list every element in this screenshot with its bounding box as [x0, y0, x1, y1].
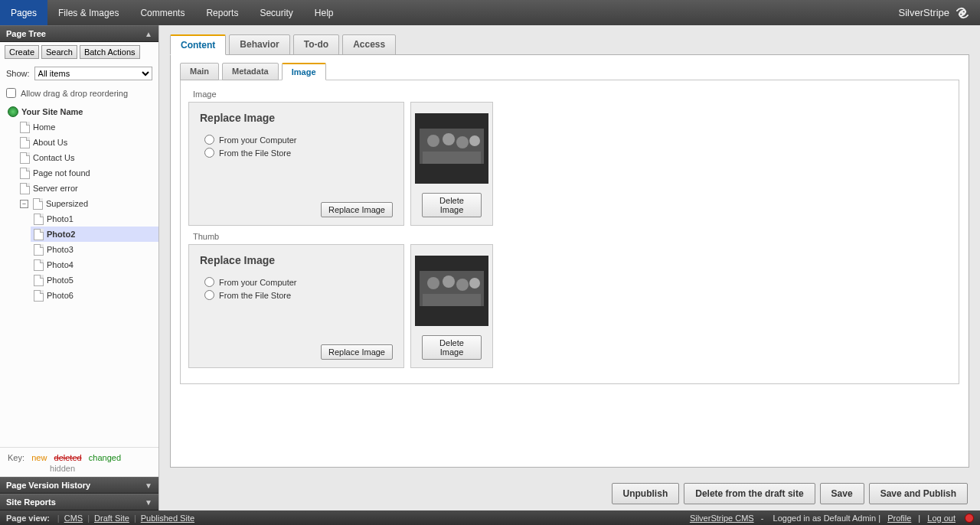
tree-page-about[interactable]: About Us	[17, 135, 158, 150]
tab-behavior[interactable]: Behavior	[229, 34, 289, 55]
footer-link-published[interactable]: Published Site	[136, 514, 199, 523]
thumb-thumbnail	[415, 256, 488, 326]
field-label-image: Image	[193, 90, 951, 99]
page-icon	[34, 244, 44, 256]
menu-help[interactable]: Help	[304, 0, 345, 25]
action-bar: Unpublish Delete from the draft site Sav…	[612, 483, 968, 504]
page-view-label: Page view:	[6, 514, 50, 523]
field-label-thumb: Thumb	[193, 232, 951, 241]
tree-photo5[interactable]: Photo5	[31, 272, 158, 288]
svg-point-10	[443, 276, 455, 288]
svg-point-4	[456, 136, 469, 148]
page-icon	[20, 168, 30, 179]
footer: Page view: |CMS |Draft Site |Published S…	[0, 510, 980, 525]
menu-security[interactable]: Security	[249, 0, 303, 25]
page-icon	[20, 152, 30, 164]
delete-thumb-button[interactable]: Delete Image	[422, 335, 482, 360]
delete-image-button[interactable]: Delete Image	[422, 193, 482, 217]
page-icon	[20, 137, 30, 148]
tree-photo2[interactable]: Photo2	[31, 227, 158, 242]
page-icon	[34, 290, 44, 302]
svg-point-9	[427, 277, 439, 289]
card-title: Replace Image	[200, 112, 393, 124]
allow-drag-label: Allow drag & drop reordering	[21, 89, 128, 98]
image-replace-card: Replace Image From your Computer From th…	[188, 102, 404, 226]
delete-draft-button[interactable]: Delete from the draft site	[684, 483, 815, 504]
panel-version-history-header[interactable]: Page Version History ▼	[0, 477, 158, 494]
tab-todo[interactable]: To-do	[293, 34, 339, 55]
image-preview-card: Delete Image	[410, 102, 493, 226]
svg-point-3	[443, 133, 455, 145]
svg-point-11	[456, 279, 469, 291]
globe-icon	[8, 106, 18, 117]
page-icon	[20, 122, 30, 133]
replace-image-button[interactable]: Replace Image	[321, 202, 393, 217]
svg-rect-13	[423, 294, 481, 306]
create-button[interactable]: Create	[5, 45, 39, 59]
page-tree: Your Site Name Home About Us Contact Us …	[0, 101, 158, 447]
subtab-metadata[interactable]: Metadata	[222, 63, 279, 80]
tree-photo3[interactable]: Photo3	[31, 242, 158, 257]
brand-label: SilverStripe	[890, 0, 980, 25]
svg-point-2	[427, 135, 439, 147]
tab-content[interactable]: Content	[170, 34, 226, 55]
expand-icon: ▼	[145, 498, 152, 507]
tree-key: Key: new deleted changed hidden	[0, 447, 158, 477]
subtab-image[interactable]: Image	[282, 63, 326, 80]
tab-access[interactable]: Access	[342, 34, 396, 55]
collapse-icon: ▲	[145, 30, 152, 38]
menu-pages[interactable]: Pages	[0, 0, 47, 25]
tree-page-supersized[interactable]: − Supersized	[17, 196, 158, 211]
subtab-main[interactable]: Main	[180, 63, 219, 80]
radio-from-filestore[interactable]: From the File Store	[200, 290, 393, 300]
page-icon	[34, 275, 44, 286]
panel-site-reports-header[interactable]: Site Reports ▼	[0, 494, 158, 510]
footer-link-cms[interactable]: CMS	[60, 514, 87, 523]
menu-reports[interactable]: Reports	[195, 0, 249, 25]
image-thumbnail	[415, 113, 488, 184]
search-button[interactable]: Search	[41, 45, 77, 59]
radio-from-filestore[interactable]: From the File Store	[200, 148, 393, 158]
svg-rect-6	[423, 152, 481, 164]
panel-page-tree-header[interactable]: Page Tree ▲	[0, 25, 158, 42]
footer-cms-name[interactable]: SilverStripe CMS	[685, 514, 759, 523]
status-dot-icon	[965, 514, 974, 523]
main-area: Content Behavior To-do Access Main Metad…	[159, 25, 980, 510]
silverstripe-logo-icon	[954, 6, 971, 20]
tree-page-contact[interactable]: Contact Us	[17, 150, 158, 165]
save-button[interactable]: Save	[820, 483, 864, 504]
replace-thumb-button[interactable]: Replace Image	[321, 344, 393, 360]
thumb-replace-card: Replace Image From your Computer From th…	[188, 244, 404, 368]
batch-actions-button[interactable]: Batch Actions	[80, 45, 140, 59]
tree-page-notfound[interactable]: Page not found	[17, 165, 158, 181]
footer-profile-link[interactable]: Profile	[883, 514, 916, 523]
radio-from-computer[interactable]: From your Computer	[200, 135, 393, 145]
card-title: Replace Image	[200, 254, 393, 266]
svg-point-12	[469, 278, 480, 289]
top-menu: Pages Files & Images Comments Reports Se…	[0, 0, 980, 25]
tree-photo6[interactable]: Photo6	[31, 288, 158, 303]
footer-logout-link[interactable]: Log out	[923, 514, 960, 523]
page-icon	[34, 214, 44, 225]
tree-collapse-icon[interactable]: −	[20, 200, 28, 208]
sidebar: Page Tree ▲ Create Search Batch Actions …	[0, 25, 159, 510]
tree-root[interactable]: Your Site Name	[5, 104, 158, 119]
show-select[interactable]: All items	[34, 67, 152, 80]
radio-from-computer[interactable]: From your Computer	[200, 277, 393, 287]
page-icon	[34, 229, 44, 240]
allow-drag-checkbox[interactable]	[6, 88, 16, 98]
save-publish-button[interactable]: Save and Publish	[869, 483, 968, 504]
tree-photo4[interactable]: Photo4	[31, 257, 158, 272]
tree-photo1[interactable]: Photo1	[31, 211, 158, 227]
thumb-preview-card: Delete Image	[410, 244, 493, 368]
footer-link-draft[interactable]: Draft Site	[90, 514, 134, 523]
menu-comments[interactable]: Comments	[129, 0, 195, 25]
menu-files-images[interactable]: Files & Images	[47, 0, 129, 25]
tree-page-home[interactable]: Home	[17, 119, 158, 135]
tree-page-servererror[interactable]: Server error	[17, 181, 158, 196]
show-label: Show:	[6, 69, 30, 78]
expand-icon: ▼	[145, 481, 152, 490]
unpublish-button[interactable]: Unpublish	[612, 483, 680, 504]
page-icon	[33, 198, 43, 210]
footer-logged-in: Logged in as Default Admin	[773, 514, 877, 523]
